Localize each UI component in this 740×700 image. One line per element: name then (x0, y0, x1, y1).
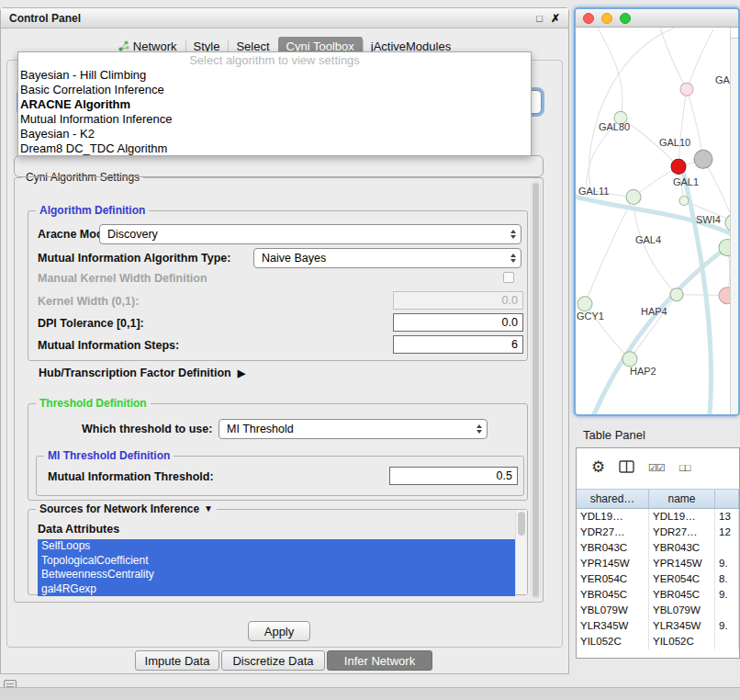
network-edge[interactable] (630, 295, 677, 359)
table-cell: YBR045C (649, 587, 715, 603)
table-row[interactable]: YER054CYER054C8. (577, 571, 739, 587)
network-node[interactable] (670, 288, 683, 301)
algorithm-option-basic-correlation-inference[interactable]: Basic Correlation Inference (18, 83, 531, 97)
table-row[interactable]: YBR045CYBR045C9. (577, 587, 739, 603)
mi-algorithm-type-select[interactable]: Naive Bayes (253, 248, 521, 268)
table-row[interactable]: YDR27…YDR27…12 (577, 525, 739, 540)
algorithm-option-mutual-information-inference[interactable]: Mutual Information Inference (18, 112, 531, 127)
network-node[interactable] (679, 196, 689, 205)
manual-kernel-width-label: Manual Kernel Width Definition (38, 268, 207, 288)
attribute-item-gal4rgexp[interactable]: gal4RGexp (38, 582, 515, 597)
bottom-tab-impute-data[interactable]: Impute Data (135, 650, 219, 671)
combo-arrows-icon (510, 230, 516, 239)
algorithm-option-dream8-dc-tdc-algorithm[interactable]: Dream8 DC_TDC Algorithm (18, 141, 531, 156)
column-header-shared[interactable]: shared… (577, 490, 649, 508)
table-cell: YPR145W (649, 556, 715, 571)
network-edge[interactable] (585, 197, 633, 303)
mi-steps-field[interactable]: 6 (393, 335, 523, 354)
network-edge[interactable] (687, 29, 713, 89)
table-panel-window: ⚙ ☑☑ □□ shared…name YDL19…YDL19…13YDR27…… (576, 447, 740, 659)
mi-algorithm-type-value: Naive Bayes (262, 252, 326, 265)
network-edge[interactable] (678, 89, 687, 166)
column-header-2[interactable] (715, 490, 739, 508)
manual-kernel-width-checkbox[interactable] (503, 272, 514, 283)
network-node[interactable] (671, 159, 686, 174)
sources-expander[interactable]: Sources for Network Inference ▼ (36, 502, 217, 515)
algorithm-option-bayesian-k2[interactable]: Bayesian - K2 (18, 127, 531, 141)
bottom-tabs: Impute DataDiscretize DataInfer Network (1, 650, 568, 671)
network-scrollbar[interactable] (730, 28, 738, 414)
threshold-definition-group: Threshold Definition Which threshold to … (28, 403, 528, 501)
attribute-item-selfloops[interactable]: SelfLoops (38, 539, 515, 554)
mi-algorithm-type-label: Mutual Information Algorithm Type: (38, 248, 230, 268)
algorithm-option-bayesian-hill-climbing[interactable]: Bayesian - Hill Climbing (18, 68, 531, 83)
table-row[interactable]: YBL079WYBL079W (577, 603, 739, 618)
attribute-item-betweennesscentrality[interactable]: BetweennessCentrality (38, 568, 515, 582)
network-edge[interactable] (598, 28, 622, 118)
table-cell: 13 (715, 509, 739, 525)
mi-threshold-value: 0.5 (497, 469, 512, 482)
bottom-tab-infer-network[interactable]: Infer Network (327, 650, 432, 671)
attributes-scrollbar[interactable] (515, 510, 527, 594)
select-all-icon[interactable]: ☑☑ (648, 462, 665, 474)
table-cell: YBL079W (577, 603, 649, 618)
close-traffic-light-icon[interactable] (583, 13, 594, 24)
float-window-icon[interactable]: □ (536, 13, 543, 24)
node-label: GAL80 (599, 121, 630, 132)
mi-threshold-field[interactable]: 0.5 (389, 467, 518, 485)
node-label: GAL1 (673, 176, 699, 187)
hub-definition-expander[interactable]: Hub/Transcription Factor Definition ▶ (39, 367, 245, 379)
table-cell: YER054C (649, 571, 715, 587)
column-header-name[interactable]: name (649, 490, 715, 508)
network-edge[interactable] (660, 28, 687, 89)
minimize-traffic-light-icon[interactable] (601, 13, 612, 24)
mi-steps-value: 6 (511, 338, 518, 351)
attribute-item-topologicalcoefficient[interactable]: TopologicalCoefficient (38, 554, 515, 569)
table-cell (715, 540, 739, 556)
control-panel-window: Control Panel □ ✗ NetworkStyleSelectCyni… (0, 7, 569, 674)
network-edge[interactable] (633, 166, 678, 197)
table-row[interactable]: YIL052CYIL052C (577, 634, 739, 649)
data-attributes-label: Data Attributes (38, 523, 119, 536)
deselect-all-icon[interactable]: □□ (679, 462, 690, 473)
network-edge[interactable] (703, 159, 730, 220)
table-cell: YIL052C (649, 634, 715, 649)
table-row[interactable]: YPR145WYPR145W9. (577, 556, 739, 571)
close-window-icon[interactable]: ✗ (551, 12, 560, 25)
network-edge[interactable] (687, 89, 703, 159)
apply-button[interactable]: Apply (248, 621, 310, 641)
table-row[interactable]: YDL19…YDL19…13 (577, 509, 739, 525)
bottom-bar (0, 687, 740, 700)
network-canvas[interactable]: GALGAL80GAL10GAL11GAL1SWI4GAL4GCY1HAP4YH… (576, 28, 730, 414)
node-label: GAL10 (659, 137, 690, 148)
which-threshold-select[interactable]: MI Threshold (219, 419, 488, 439)
zoom-traffic-light-icon[interactable] (620, 13, 631, 24)
network-node[interactable] (626, 189, 641, 204)
dpi-tolerance-label: DPI Tolerance [0,1]: (38, 313, 144, 333)
algorithm-option-aracne-algorithm[interactable]: ARACNE Algorithm (18, 97, 531, 112)
bottom-tab-discretize-data[interactable]: Discretize Data (221, 650, 325, 671)
network-node[interactable] (694, 150, 712, 168)
dpi-tolerance-field[interactable]: 0.0 (393, 313, 523, 332)
window-title: Control Panel (9, 12, 81, 25)
kernel-width-field: 0.0 (393, 291, 523, 310)
node-label: GAL11 (578, 186, 609, 197)
table-row[interactable]: YLR345WYLR345W9. (577, 618, 739, 634)
column-chooser-icon[interactable] (619, 459, 634, 474)
aracne-mode-select[interactable]: Discovery (99, 224, 521, 244)
network-edge[interactable] (589, 28, 675, 186)
table-cell: YIL052C (577, 634, 649, 649)
table-cell: YBR045C (577, 587, 649, 603)
network-node[interactable] (577, 297, 592, 311)
node-label: SWI4 (696, 213, 721, 224)
network-node[interactable] (719, 288, 730, 304)
collapsed-combobox-partial[interactable] (14, 155, 544, 177)
combo-arrows-icon (477, 424, 482, 434)
cyni-algorithm-settings-group: Cyni Algorithm Settings Algorithm Defini… (14, 177, 544, 603)
settings-gear-icon[interactable]: ⚙ (591, 457, 605, 477)
network-node[interactable] (622, 352, 637, 367)
settings-scrollbar[interactable] (531, 181, 541, 599)
desktop: Control Panel □ ✗ NetworkStyleSelectCyni… (0, 0, 740, 700)
network-node[interactable] (680, 83, 693, 96)
table-row[interactable]: YBR043CYBR043C (577, 540, 739, 556)
